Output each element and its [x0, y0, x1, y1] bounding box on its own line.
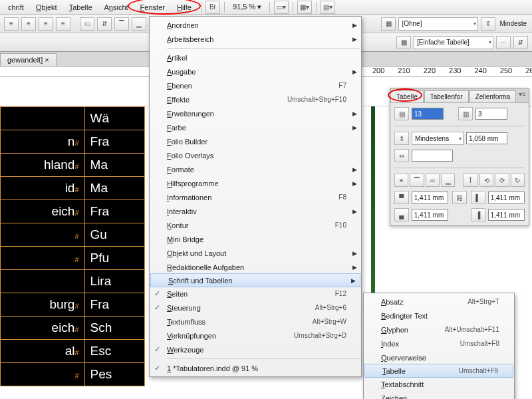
menu-item-werkzeuge[interactable]: ✓Werkzeuge	[150, 342, 361, 356]
align-justify-icon[interactable]: ≡	[56, 17, 70, 31]
menu-item-redaktionelle-aufgaben[interactable]: Redaktionelle Aufgaben▶	[150, 260, 361, 274]
vertical-align-top-icon[interactable]: ▔	[114, 17, 129, 31]
table-cell[interactable]: al#	[1, 340, 85, 363]
cols-input[interactable]: 3	[475, 108, 507, 120]
menu-item-ebenen[interactable]: EbenenF7	[150, 78, 361, 92]
table-cell[interactable]: hland#	[1, 154, 85, 177]
menu-item-interaktiv[interactable]: Interaktiv▶	[150, 204, 361, 218]
inset-right-input[interactable]: 1,411 mm	[488, 209, 525, 221]
align-mid-icon[interactable]: ═	[426, 174, 440, 187]
align-right-icon[interactable]: ≡	[39, 17, 53, 31]
menu-item-seiten[interactable]: ✓SeitenF12	[150, 287, 361, 301]
panel-menu-icon[interactable]: ▾≡	[519, 90, 526, 98]
menu-objekt[interactable]: Objekt	[31, 1, 63, 13]
menu-item-folio-builder[interactable]: Folio Builder	[150, 134, 361, 148]
menu-item-objekt-und-layout[interactable]: Objekt und Layout▶	[150, 246, 361, 260]
menu-item-index[interactable]: IndexUmschalt+F8	[364, 336, 514, 350]
table-cell[interactable]: Fra	[84, 130, 144, 154]
text-rotate-0-icon[interactable]: T	[463, 174, 478, 187]
table-cell[interactable]	[1, 270, 85, 293]
menu-item-erweiterungen[interactable]: Erweiterungen▶	[150, 106, 361, 120]
row-height-icon[interactable]: ⇕	[481, 17, 495, 31]
options-icon[interactable]: ⋯	[496, 36, 511, 49]
menu-item-querverweise[interactable]: Querverweise	[364, 350, 514, 364]
menu-item-folio-overlays[interactable]: Folio Overlays	[150, 148, 361, 162]
menu-item-mini-bridge[interactable]: Mini Bridge	[150, 232, 361, 246]
document-tab[interactable]: gewandelt] ×	[0, 53, 57, 66]
menu-item-zeichen[interactable]: Zeichen	[364, 391, 514, 399]
menu-item-anordnen[interactable]: Anordnen▶	[150, 18, 361, 32]
menu-item-bedingter-text[interactable]: Bedingter Text	[364, 309, 514, 323]
menu-item-textabschnitt[interactable]: Textabschnitt	[364, 377, 514, 391]
table-cell[interactable]: Wä	[84, 107, 144, 130]
table-style-dropdown[interactable]: [Einfache Tabelle]	[414, 36, 493, 49]
cell-style-icon[interactable]: ▦	[381, 17, 396, 31]
document-table[interactable]: Wän#Frahland#Maid#Maeich#Fra#Gu#PfuLirab…	[0, 106, 145, 386]
table-cell[interactable]: Pes	[84, 363, 144, 386]
inset-left-input[interactable]: 1,411 mm	[488, 192, 525, 203]
text-rotate-270-icon[interactable]: ↻	[511, 174, 525, 187]
align-left-icon[interactable]: ≡	[4, 17, 19, 31]
menu-hilfe[interactable]: Hilfe	[172, 1, 197, 13]
panel-tab-tabellenformate[interactable]: Tabellenfor	[424, 90, 469, 102]
table-cell[interactable]: burg#	[1, 293, 85, 317]
align-center-icon[interactable]: ≡	[21, 17, 36, 31]
table-cell[interactable]: #	[1, 247, 85, 270]
menu-item-effekte[interactable]: EffekteUmschalt+Strg+F10	[150, 92, 361, 106]
row-height-mode-dropdown[interactable]: Mindestens	[412, 132, 464, 145]
align-bot-icon[interactable]: ▁	[441, 174, 455, 187]
table-cell[interactable]: eich#	[1, 200, 85, 223]
panel-tab-zellenformate[interactable]: Zellenforma	[469, 90, 517, 102]
arrange-icon[interactable]: ▦▾	[297, 1, 312, 14]
field-icon[interactable]: ▭	[80, 17, 94, 31]
table-cell[interactable]: n#	[1, 130, 85, 154]
inset-bottom-input[interactable]: 1,411 mm	[412, 209, 448, 221]
link-icon[interactable]: ⇵	[513, 36, 528, 49]
menu-item-textumfluss[interactable]: TextumflussAlt+Strg+W	[150, 315, 361, 329]
col-width-input[interactable]	[412, 150, 453, 162]
menu-item-informationen[interactable]: InformationenF8	[150, 190, 361, 204]
menu-item-schrift-und-tabellen[interactable]: Schrift und Tabellen▶	[150, 273, 360, 287]
menu-item-formate[interactable]: Formate▶	[150, 162, 361, 176]
menu-item-arbeitsbereich[interactable]: Arbeitsbereich▶	[150, 32, 361, 46]
table-cell[interactable]: Gu	[84, 223, 144, 247]
table-cell[interactable]: Fra	[84, 293, 144, 317]
cell-style-dropdown[interactable]: [Ohne]	[398, 17, 478, 31]
vertical-align-bottom-icon[interactable]: ▁	[132, 17, 146, 31]
menu-item-steuerung[interactable]: ✓SteuerungAlt+Strg+6	[150, 301, 361, 315]
table-cell[interactable]: #	[1, 223, 85, 247]
panel-tab-tabelle[interactable]: Tabelle	[390, 90, 424, 102]
menu-item-absatz[interactable]: AbsatzAlt+Strg+T	[364, 295, 514, 309]
screen-mode-icon[interactable]: ▭▾	[274, 1, 289, 14]
align-top-icon[interactable]: ▔	[410, 174, 424, 187]
table-cell[interactable]: Lira	[84, 270, 144, 293]
menu-schrift[interactable]: chrift	[3, 1, 29, 13]
menu-item-glyphen[interactable]: GlyphenAlt+Umschalt+F11	[364, 323, 514, 336]
write-dir-icon[interactable]: ≡	[394, 174, 408, 187]
table-cell[interactable]: id#	[1, 177, 85, 200]
row-height-input[interactable]: 1,058 mm	[466, 132, 507, 144]
table-cell[interactable]: Fra	[84, 200, 144, 223]
text-rotate-90-icon[interactable]: ⟲	[479, 174, 493, 187]
menu-item-ausgabe[interactable]: Ausgabe▶	[150, 65, 361, 78]
table-cell[interactable]: Ma	[84, 177, 144, 200]
inset-top-input[interactable]: 1,411 mm	[412, 192, 448, 203]
table-cell[interactable]	[1, 107, 85, 130]
text-direction-icon[interactable]: ⇵	[97, 17, 112, 31]
view-options-icon[interactable]: ▤▾	[321, 1, 335, 14]
menu-item-1-tabulatoren-indd-91-[interactable]: ✓1 *Tabulatoren.indd @ 91 %	[150, 361, 361, 375]
menu-item-farbe[interactable]: Farbe▶	[150, 120, 361, 134]
text-rotate-180-icon[interactable]: ⟳	[495, 174, 509, 187]
table-cell[interactable]: Sch	[84, 317, 144, 340]
zoom-level[interactable]: 91,5 % ▾	[229, 3, 265, 11]
menu-fenster[interactable]: Fenster	[135, 1, 170, 13]
table-cell[interactable]: #	[1, 363, 85, 386]
menu-item-hilfsprogramme[interactable]: Hilfsprogramme▶	[150, 176, 361, 190]
table-cell[interactable]: Ma	[84, 154, 144, 177]
table-cell[interactable]: eich#	[1, 317, 85, 340]
table-cell[interactable]: Esc	[84, 340, 144, 363]
menu-tabelle[interactable]: Tabelle	[64, 1, 98, 13]
bridge-icon[interactable]: Br	[205, 1, 220, 14]
menu-item-tabelle[interactable]: TabelleUmschalt+F9	[364, 364, 513, 378]
link-insets-icon[interactable]: ⛓	[452, 191, 467, 204]
